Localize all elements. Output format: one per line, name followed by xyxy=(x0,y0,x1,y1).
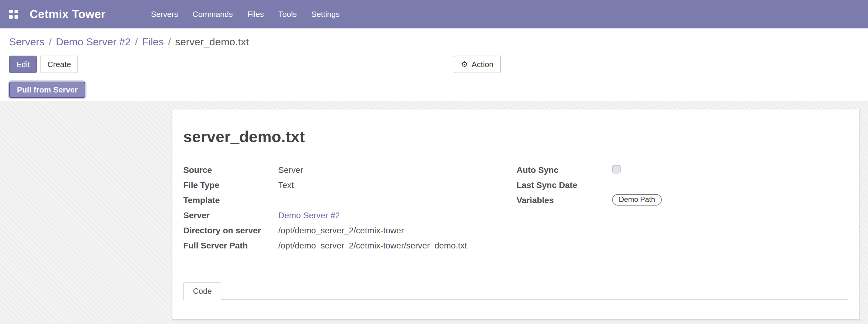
breadcrumb: Servers/Demo Server #2/Files/server_demo… xyxy=(9,34,249,50)
edit-button[interactable]: Edit xyxy=(9,56,37,73)
edit-create-button-group: Edit Create xyxy=(9,56,78,73)
create-button[interactable]: Create xyxy=(40,56,78,73)
field-value-directory: /opt/demo_server_2/cetmix-tower xyxy=(278,224,404,236)
field-value-full-path: /opt/demo_server_2/cetmix-tower/server_d… xyxy=(278,239,467,252)
nav-item-files[interactable]: Files xyxy=(240,0,271,28)
tab-strip: Code xyxy=(183,282,848,300)
nav-item-tools[interactable]: Tools xyxy=(271,0,304,28)
action-button[interactable]: ⚙ Action xyxy=(454,56,501,73)
field-row-source: Source Server xyxy=(183,163,517,178)
field-value-source: Server xyxy=(278,163,303,176)
pull-from-server-button[interactable]: Pull from Server xyxy=(9,82,86,98)
nav-item-commands[interactable]: Commands xyxy=(185,0,240,28)
auto-sync-checkbox[interactable] xyxy=(612,165,621,173)
nav-item-servers[interactable]: Servers xyxy=(144,0,185,28)
tab-code[interactable]: Code xyxy=(183,282,221,300)
field-label-source: Source xyxy=(183,163,278,176)
brand-title[interactable]: Cetmix Tower xyxy=(30,7,105,21)
field-group-right: Auto Sync Last Sync Date Variables Demo … xyxy=(517,163,848,254)
field-row-last-sync: Last Sync Date xyxy=(517,178,848,193)
field-label-variables: Variables xyxy=(517,193,612,206)
field-label-auto-sync: Auto Sync xyxy=(517,163,612,176)
form-sheet: server_demo.txt Source Server File Type … xyxy=(172,109,860,320)
record-title: server_demo.txt xyxy=(183,128,848,146)
breadcrumb-separator: / xyxy=(164,36,175,48)
control-panel: Servers/Demo Server #2/Files/server_demo… xyxy=(0,28,868,100)
field-group-left: Source Server File Type Text Template Se… xyxy=(183,163,517,254)
variable-tag-demo-path[interactable]: Demo Path xyxy=(612,194,662,205)
field-row-auto-sync: Auto Sync xyxy=(517,163,848,178)
breadcrumb-current-file: server_demo.txt xyxy=(175,36,249,48)
apps-grid-dot xyxy=(9,15,13,19)
field-label-last-sync: Last Sync Date xyxy=(517,178,612,191)
vertical-divider xyxy=(607,164,607,204)
action-button-label: Action xyxy=(471,60,493,69)
field-value-server-link[interactable]: Demo Server #2 xyxy=(278,208,340,221)
top-navbar: Cetmix Tower Servers Commands Files Tool… xyxy=(0,0,868,28)
notebook: Code xyxy=(183,282,848,300)
field-label-directory: Directory on server xyxy=(183,224,278,236)
breadcrumb-servers[interactable]: Servers xyxy=(9,36,44,48)
app-window: Cetmix Tower Servers Commands Files Tool… xyxy=(0,0,868,324)
field-label-template: Template xyxy=(183,193,278,206)
navbar-menu: Servers Commands Files Tools Settings xyxy=(144,0,347,28)
nav-item-settings[interactable]: Settings xyxy=(304,0,347,28)
field-label-full-path: Full Server Path xyxy=(183,239,278,252)
breadcrumb-files[interactable]: Files xyxy=(142,36,164,48)
field-row-full-path: Full Server Path /opt/demo_server_2/cetm… xyxy=(183,239,517,254)
field-label-file-type: File Type xyxy=(183,178,278,191)
breadcrumb-separator: / xyxy=(44,36,56,48)
field-row-server: Server Demo Server #2 xyxy=(183,208,517,224)
apps-grid-dot xyxy=(14,15,18,19)
breadcrumb-demo-server[interactable]: Demo Server #2 xyxy=(56,36,131,48)
apps-grid-dot xyxy=(14,10,18,13)
field-row-variables: Variables Demo Path xyxy=(517,193,848,208)
breadcrumb-separator: / xyxy=(131,36,142,48)
field-row-directory: Directory on server /opt/demo_server_2/c… xyxy=(183,224,517,239)
apps-grid-dot xyxy=(9,10,13,13)
field-value-file-type: Text xyxy=(278,178,294,191)
apps-grid-icon[interactable] xyxy=(9,10,18,19)
field-row-template: Template xyxy=(183,193,517,208)
content-area: server_demo.txt Source Server File Type … xyxy=(0,101,868,324)
field-label-server: Server xyxy=(183,208,278,221)
field-row-file-type: File Type Text xyxy=(183,178,517,193)
gear-icon: ⚙ xyxy=(461,60,468,69)
field-groups: Source Server File Type Text Template Se… xyxy=(183,163,848,254)
